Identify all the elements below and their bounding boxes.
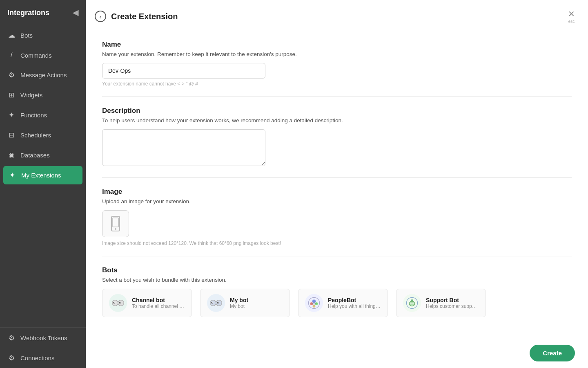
back-icon: ‹	[100, 13, 102, 20]
extension-name-input[interactable]	[102, 63, 265, 79]
sidebar-item-label-functions: Functions	[20, 112, 47, 119]
close-button[interactable]: ✕ esc	[568, 9, 575, 24]
channel-bot-desc: To handle all channel quer...	[132, 303, 185, 309]
svg-rect-1	[113, 218, 118, 227]
functions-icon: ✦	[7, 111, 16, 119]
svg-point-7	[114, 302, 115, 303]
mybot-desc: My bot	[230, 303, 248, 309]
bots-section-title: Bots	[102, 266, 572, 274]
channel-bot-info: Channel bot To handle all channel quer..…	[132, 297, 185, 309]
name-section-desc: Name your extension. Remember to keep it…	[102, 51, 572, 57]
svg-point-3	[112, 300, 118, 306]
modal-body: Name Name your extension. Remember to ke…	[86, 28, 588, 338]
sidebar-item-label-widgets: Widgets	[20, 92, 42, 99]
widgets-icon: ⊞	[7, 91, 16, 99]
peoplebot-desc: Help you with all things Z...	[328, 303, 381, 309]
schedulers-icon: ⊟	[7, 131, 16, 139]
sidebar-item-bots[interactable]: ☁ Bots	[0, 25, 86, 45]
sidebar-item-webhook-tokens[interactable]: ⚙ Webhook Tokens	[0, 328, 86, 348]
main-area: ‹ Create Extension ✕ esc Name Name your …	[86, 0, 588, 368]
close-icon: ✕	[568, 9, 575, 19]
create-button[interactable]: Create	[530, 345, 575, 361]
sidebar-item-databases[interactable]: ◉ Databases	[0, 145, 86, 165]
svg-point-25	[411, 299, 413, 301]
sidebar: Integrations ◀ ☁ Bots / Commands ⚙ Messa…	[0, 0, 86, 368]
supportbot-desc: Helps customer support r...	[426, 303, 479, 309]
sidebar-item-commands[interactable]: / Commands	[0, 45, 86, 65]
close-esc-label: esc	[568, 19, 575, 24]
image-section: Image Upload an image for your extension…	[102, 188, 572, 246]
modal-footer: Create	[86, 338, 588, 368]
svg-point-24	[409, 301, 415, 306]
divider-2	[102, 177, 572, 178]
svg-point-4	[118, 300, 124, 306]
svg-point-12	[217, 302, 219, 304]
modal-overlay: ‹ Create Extension ✕ esc Name Name your …	[86, 0, 588, 368]
sidebar-title-bar: Integrations ◀	[0, 0, 86, 25]
bot-avatar-mybot	[207, 294, 225, 312]
back-button[interactable]: ‹	[95, 11, 106, 22]
bots-section: Bots Select a bot you wish to bundle wit…	[102, 266, 572, 317]
svg-point-13	[212, 302, 213, 303]
image-section-title: Image	[102, 188, 572, 196]
sidebar-item-label-schedulers: Schedulers	[20, 132, 51, 139]
mybot-info: My bot My bot	[230, 297, 248, 309]
svg-point-14	[218, 302, 219, 303]
peoplebot-avatar-icon	[307, 296, 321, 310]
webhook-tokens-icon: ⚙	[7, 334, 16, 342]
svg-point-27	[412, 303, 414, 304]
commands-icon: /	[7, 51, 16, 59]
sidebar-item-label-message-actions: Message Actions	[20, 72, 67, 79]
description-section-desc: To help users understand how your extens…	[102, 117, 572, 123]
svg-point-6	[119, 302, 121, 304]
sidebar-item-my-extensions[interactable]: ✦ My Extensions	[3, 166, 82, 184]
peoplebot-name: PeopleBot	[328, 297, 381, 303]
sidebar-item-label-connections: Connections	[20, 355, 54, 361]
image-upload-area[interactable]	[102, 210, 129, 237]
sidebar-item-connections[interactable]: ⚙ Connections	[0, 348, 86, 368]
modal-header: ‹ Create Extension ✕ esc	[86, 0, 588, 28]
image-section-desc: Upload an image for your extension.	[102, 198, 572, 204]
bot-avatar-supportbot	[403, 294, 421, 312]
svg-point-5	[113, 302, 115, 304]
mybot-avatar-icon	[209, 298, 223, 307]
sidebar-item-label-databases: Databases	[20, 152, 50, 159]
channel-bot-name: Channel bot	[132, 297, 185, 303]
extension-description-input[interactable]	[102, 129, 265, 166]
bots-grid: Channel bot To handle all channel quer..…	[102, 289, 572, 317]
bot-card-channel[interactable]: Channel bot To handle all channel quer..…	[102, 289, 192, 317]
bot-card-peoplebot[interactable]: PeopleBot Help you with all things Z...	[298, 289, 388, 317]
bot-card-supportbot[interactable]: Support Bot Helps customer support r...	[396, 289, 486, 317]
sidebar-item-schedulers[interactable]: ⊟ Schedulers	[0, 125, 86, 145]
supportbot-name: Support Bot	[426, 297, 479, 303]
sidebar-title: Integrations	[7, 9, 49, 17]
name-section-title: Name	[102, 40, 572, 49]
svg-point-2	[115, 228, 116, 230]
phone-icon	[109, 216, 122, 231]
bot-card-mybot[interactable]: My bot My bot	[200, 289, 290, 317]
sidebar-item-widgets[interactable]: ⊞ Widgets	[0, 85, 86, 105]
sidebar-item-label-my-extensions: My Extensions	[21, 172, 61, 179]
sidebar-bottom: ⚙ Webhook Tokens ⚙ Connections	[0, 328, 86, 368]
peoplebot-info: PeopleBot Help you with all things Z...	[328, 297, 381, 309]
bots-section-desc: Select a bot you wish to bundle with thi…	[102, 277, 572, 283]
mybot-name: My bot	[230, 297, 248, 303]
supportbot-avatar-icon	[405, 296, 419, 310]
divider-3	[102, 256, 572, 256]
modal-panel: ‹ Create Extension ✕ esc Name Name your …	[86, 0, 588, 368]
sidebar-item-label-webhook-tokens: Webhook Tokens	[20, 334, 67, 341]
sidebar-collapse-icon[interactable]: ◀	[73, 8, 78, 17]
modal-title: Create Extension	[111, 12, 178, 21]
description-section-title: Description	[102, 107, 572, 115]
databases-icon: ◉	[7, 151, 16, 159]
divider-1	[102, 96, 572, 97]
sidebar-item-functions[interactable]: ✦ Functions	[0, 105, 86, 125]
name-section: Name Name your extension. Remember to ke…	[102, 40, 572, 87]
channel-bot-avatar-icon	[111, 298, 125, 307]
image-hint: Image size should not exceed 120*120. We…	[102, 240, 572, 246]
sidebar-item-message-actions[interactable]: ⚙ Message Actions	[0, 65, 86, 85]
svg-point-11	[211, 302, 213, 304]
bot-avatar-channel	[109, 294, 127, 312]
connections-icon: ⚙	[7, 354, 16, 362]
message-actions-icon: ⚙	[7, 71, 16, 79]
